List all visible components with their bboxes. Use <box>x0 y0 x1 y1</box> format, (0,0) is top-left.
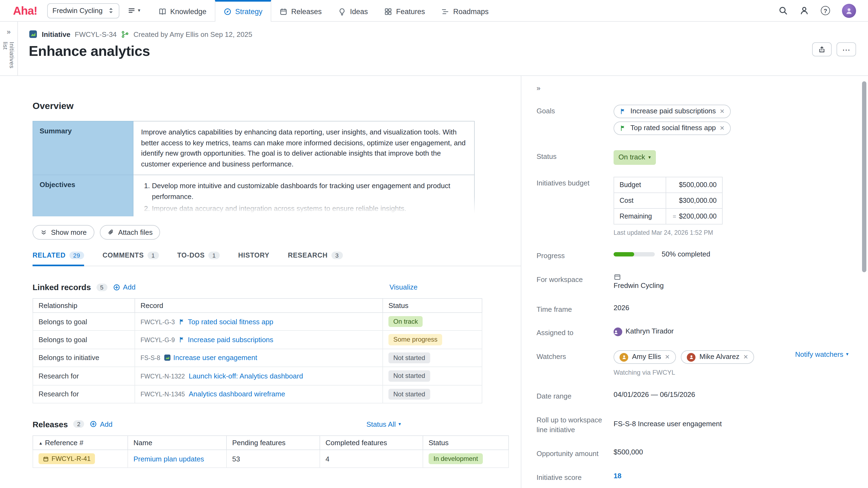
assignee-name: Kathryn Tirador <box>625 327 674 335</box>
col-status[interactable]: Status <box>423 436 508 450</box>
notify-label: Notify watchers <box>795 351 843 359</box>
relationship-cell: Belongs to goal <box>33 313 135 331</box>
goals-label: Goals <box>536 105 614 138</box>
remove-goal-icon[interactable]: ✕ <box>720 125 724 131</box>
nav-label: Releases <box>291 7 322 15</box>
collapse-panel-icon[interactable]: » <box>536 84 540 92</box>
record-link[interactable]: Analytics dashboard wireframe <box>189 390 285 398</box>
share-button[interactable] <box>812 42 832 56</box>
remove-watcher-icon[interactable]: ✕ <box>665 354 670 360</box>
rollup-value[interactable]: FS-S-8 Increase user engagement <box>614 414 848 435</box>
goal-pill[interactable]: Increase paid subscriptions ✕ <box>614 105 731 118</box>
tab-history[interactable]: HISTORY <box>238 252 269 266</box>
budget-row-label: Budget <box>614 177 666 193</box>
budget-row: Remaining =$200,000.00 <box>614 208 722 224</box>
opportunity-value[interactable]: $500,000 <box>614 447 848 459</box>
record-link[interactable]: Top rated social fitness app <box>188 318 273 326</box>
date-range-label: Date range <box>536 390 614 401</box>
assigned-value[interactable]: Kathryn Tirador <box>614 327 848 338</box>
budget-updated-text: Last updated Mar 24, 2026 1:52 PM <box>614 228 848 237</box>
nav-ideas[interactable]: Ideas <box>330 0 376 21</box>
record-link[interactable]: Increase user engagement <box>173 354 257 362</box>
tab-comments[interactable]: COMMENTS 1 <box>102 252 159 266</box>
progress-text: 50% completed <box>661 250 710 258</box>
nav-features[interactable]: Features <box>376 0 433 21</box>
relationship-cell: Belongs to goal <box>33 331 135 349</box>
record-cell: FWCYL-N-1322Launch kick-off: Analytics d… <box>135 367 383 385</box>
notify-watchers-dropdown[interactable]: Notify watchers ▾ <box>795 351 848 359</box>
add-release-button[interactable]: Add <box>90 420 112 428</box>
tab-research[interactable]: RESEARCH 3 <box>288 252 343 266</box>
nav-strategy[interactable]: Strategy <box>215 0 271 22</box>
release-ref-badge[interactable]: FWCYL-R-41 <box>38 453 95 464</box>
calendar-icon <box>279 7 287 15</box>
timeframe-value[interactable]: 2026 <box>614 303 848 315</box>
watcher-pill[interactable]: Amy Ellis ✕ <box>614 351 676 364</box>
record-cell: FWCYL-G-9Increase paid subscriptions <box>135 331 383 349</box>
nav-releases[interactable]: Releases <box>271 0 330 21</box>
account-button[interactable] <box>800 6 809 15</box>
add-label: Add <box>100 420 112 428</box>
record-ref: FWCYL-N-1322 <box>141 373 185 380</box>
linked-records-heading: Linked records <box>33 283 91 292</box>
col-reference-sort[interactable]: ▲Reference # <box>33 436 128 450</box>
remove-goal-icon[interactable]: ✕ <box>720 108 724 115</box>
assigned-label: Assigned to <box>536 327 614 338</box>
budget-table: Budget $500,000.00 Cost $300,000.00 Rema… <box>614 177 723 225</box>
help-button[interactable]: ? <box>821 6 830 15</box>
attach-files-button[interactable]: Attach files <box>100 225 160 240</box>
remove-watcher-icon[interactable]: ✕ <box>743 354 748 360</box>
date-range-value[interactable]: 04/01/2026 — 06/15/2026 <box>614 390 848 401</box>
status-badge: Some progress <box>389 334 442 346</box>
expand-panel-icon[interactable]: » <box>7 28 10 35</box>
details-panel: » Goals Increase paid subscriptions ✕ <box>521 76 868 488</box>
add-linked-record-button[interactable]: Add <box>113 283 135 291</box>
summary-text[interactable]: Improve analytics capabilities by enhanc… <box>133 121 474 175</box>
workspace-selector[interactable]: Fredwin Cycling <box>47 3 119 18</box>
goal-name: Increase paid subscriptions <box>630 106 716 117</box>
status-dropdown[interactable]: On track ▾ <box>614 150 656 165</box>
field-timeframe: Time frame 2026 <box>536 303 848 315</box>
workspace-link[interactable]: Fredwin Cycling <box>614 281 664 289</box>
tab-count: 29 <box>69 252 84 259</box>
visualize-button[interactable]: Visualize <box>390 283 418 291</box>
goal-pill[interactable]: Top rated social fitness app ✕ <box>614 122 731 135</box>
rollup-label: Roll up to workspace line initiative <box>536 414 614 435</box>
more-icon: ⋯ <box>842 45 850 54</box>
release-status-filter[interactable]: Status All ▾ <box>367 420 401 428</box>
col-completed[interactable]: Completed features <box>320 436 423 450</box>
tab-related[interactable]: RELATED 29 <box>33 252 84 266</box>
workspace-menu-button[interactable]: ▾ <box>126 6 143 14</box>
watcher-avatar <box>620 353 628 362</box>
record-cell: FWCYL-G-3Top rated social fitness app <box>135 313 383 331</box>
plus-circle-icon <box>113 283 120 291</box>
chevron-down-icon: ▾ <box>399 422 401 427</box>
show-more-button[interactable]: Show more <box>33 225 94 240</box>
objectives-text[interactable]: Develop more intuitive and customizable … <box>133 175 474 216</box>
score-value[interactable]: 18 <box>614 472 621 480</box>
initiative-icon <box>164 354 171 361</box>
user-avatar[interactable] <box>842 3 856 18</box>
col-name[interactable]: Name <box>128 436 226 450</box>
record-link[interactable]: Launch kick-off: Analytics dashboard <box>189 372 303 380</box>
release-link[interactable]: Premium plan updates <box>133 455 204 463</box>
page-title[interactable]: Enhance analytics <box>29 43 855 60</box>
workspace-icon <box>614 273 621 281</box>
grid-icon <box>384 7 392 15</box>
nav-knowledge[interactable]: Knowledge <box>150 0 215 21</box>
releases-section: Releases 2 Add Status All ▾ <box>33 420 521 468</box>
releases-count: 2 <box>73 421 84 428</box>
aha-logo[interactable]: Aha! <box>13 4 37 17</box>
tab-todos[interactable]: TO-DOS 1 <box>177 252 220 266</box>
record-link[interactable]: Increase paid subscriptions <box>188 336 273 344</box>
record-ref: FS-S-8 <box>141 355 160 361</box>
tab-count: 1 <box>209 252 220 259</box>
relationship-cell: Research for <box>33 367 135 385</box>
scrollbar[interactable] <box>862 82 866 272</box>
more-button[interactable]: ⋯ <box>837 42 856 56</box>
search-button[interactable] <box>778 6 788 15</box>
watcher-pill[interactable]: Mike Alvarez ✕ <box>681 351 754 364</box>
col-pending[interactable]: Pending features <box>226 436 320 450</box>
nav-roadmaps[interactable]: Roadmaps <box>433 0 497 21</box>
book-icon <box>158 7 166 15</box>
